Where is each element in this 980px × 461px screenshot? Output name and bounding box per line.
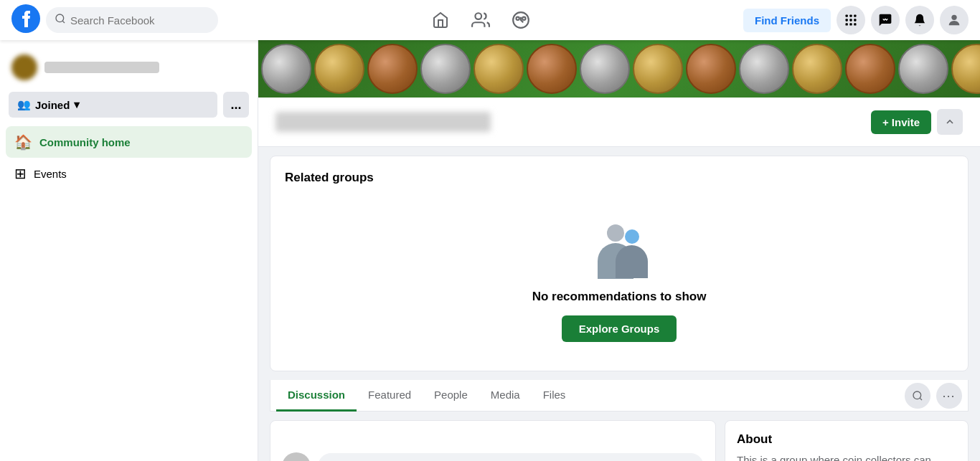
- related-groups-title: Related groups: [285, 171, 953, 185]
- cover-image: [258, 40, 980, 98]
- tab-media[interactable]: Media: [479, 380, 532, 412]
- profile-button[interactable]: [940, 6, 969, 34]
- coin-3: [367, 44, 418, 94]
- svg-point-5: [517, 17, 519, 20]
- tab-discussion[interactable]: Discussion: [276, 380, 357, 412]
- group-title: [275, 112, 491, 132]
- svg-point-3: [475, 13, 481, 19]
- nav-right-actions: Find Friends: [743, 6, 969, 34]
- tab-files[interactable]: Files: [532, 380, 578, 412]
- more-options-button[interactable]: ...: [223, 92, 249, 118]
- friends-nav-button[interactable]: [463, 3, 498, 37]
- tab-featured[interactable]: Featured: [357, 380, 423, 412]
- tabs-list: Discussion Featured People Media Files: [276, 380, 905, 411]
- sidebar-item-events[interactable]: ⊞ Events: [6, 158, 252, 189]
- tab-people[interactable]: People: [423, 380, 479, 412]
- svg-rect-11: [849, 19, 852, 21]
- person-body-secondary: [616, 245, 648, 278]
- tabs-search-button[interactable]: [905, 383, 930, 409]
- coin-4: [420, 44, 471, 94]
- collapse-button[interactable]: [937, 109, 963, 135]
- write-something-input[interactable]: Write something...: [318, 453, 704, 461]
- svg-rect-9: [854, 15, 856, 17]
- groups-nav-button[interactable]: [504, 3, 538, 37]
- sidebar-actions: 👥 Joined ▾ ...: [6, 92, 252, 118]
- coin-1: [261, 44, 311, 94]
- home-icon: 🏠: [14, 133, 32, 151]
- svg-rect-13: [846, 23, 848, 25]
- events-icon: ⊞: [14, 165, 27, 182]
- find-friends-button[interactable]: Find Friends: [743, 9, 831, 32]
- dropdown-chevron: ▾: [74, 98, 80, 111]
- sidebar-item-community-home[interactable]: 🏠 Community home: [6, 126, 252, 158]
- invite-button[interactable]: + Invite: [871, 110, 931, 134]
- joined-button[interactable]: 👥 Joined ▾: [9, 92, 217, 118]
- apps-menu-button[interactable]: [837, 6, 865, 34]
- main-content: + Invite Related groups: [258, 40, 980, 461]
- username-label: [44, 62, 159, 73]
- explore-groups-button[interactable]: Explore Groups: [562, 315, 677, 342]
- svg-point-1: [56, 14, 64, 22]
- person-head-secondary: [625, 229, 639, 244]
- search-bar[interactable]: [46, 7, 218, 33]
- svg-line-18: [920, 398, 922, 400]
- svg-point-16: [951, 15, 956, 20]
- tabs-bar: Discussion Featured People Media Files ⋯: [270, 380, 968, 411]
- about-panel: About This is a group where coin collect…: [725, 420, 969, 461]
- top-navigation: Find Friends: [0, 0, 980, 40]
- facebook-logo[interactable]: [11, 4, 40, 36]
- svg-rect-14: [849, 23, 852, 25]
- related-groups-card: Related groups No recommendations to sho…: [270, 156, 969, 371]
- avatar: [11, 54, 37, 80]
- bottom-section: Write something... About This is a group…: [258, 412, 980, 461]
- cover-coins: [258, 40, 980, 98]
- about-text: This is a group where coin collectors ca…: [737, 452, 956, 461]
- search-input[interactable]: [70, 14, 209, 27]
- tabs-actions: ⋯: [905, 383, 962, 409]
- notifications-button[interactable]: [905, 6, 934, 34]
- svg-point-17: [913, 391, 921, 399]
- coin-13: [898, 44, 948, 94]
- groups-illustration: [583, 214, 655, 278]
- group-header: + Invite: [258, 98, 980, 147]
- coin-9: [686, 44, 736, 94]
- home-nav-button[interactable]: [423, 3, 458, 37]
- svg-rect-15: [854, 23, 856, 25]
- svg-rect-10: [846, 19, 848, 21]
- coin-7: [580, 44, 630, 94]
- page-layout: 👥 Joined ▾ ... 🏠 Community home ⊞ Events: [0, 40, 980, 461]
- svg-line-2: [62, 21, 65, 23]
- sidebar-user: [6, 49, 252, 86]
- coin-2: [314, 44, 364, 94]
- messenger-button[interactable]: [871, 6, 900, 34]
- svg-rect-12: [854, 19, 856, 21]
- tabs-more-button[interactable]: ⋯: [936, 383, 962, 409]
- svg-rect-8: [849, 15, 852, 17]
- no-rec-title: No recommendations to show: [532, 290, 707, 304]
- no-recommendations: No recommendations to show Explore Group…: [285, 199, 953, 356]
- coin-12: [845, 44, 895, 94]
- joined-icon: 👥: [17, 98, 31, 111]
- nav-center: [224, 3, 738, 37]
- coin-5: [473, 44, 524, 94]
- coin-14: [951, 44, 980, 94]
- coin-8: [633, 44, 683, 94]
- post-avatar: [282, 452, 311, 461]
- about-title: About: [737, 432, 956, 447]
- search-icon: [55, 13, 66, 27]
- coin-10: [739, 44, 789, 94]
- sidebar: 👥 Joined ▾ ... 🏠 Community home ⊞ Events: [0, 40, 258, 461]
- coin-6: [527, 44, 577, 94]
- group-header-actions: + Invite: [871, 109, 963, 135]
- svg-point-6: [522, 17, 525, 20]
- coin-11: [792, 44, 842, 94]
- svg-rect-7: [846, 15, 848, 17]
- post-area: Write something...: [270, 420, 716, 461]
- tabs-container: Discussion Featured People Media Files ⋯: [270, 380, 969, 412]
- person-secondary: [616, 229, 648, 278]
